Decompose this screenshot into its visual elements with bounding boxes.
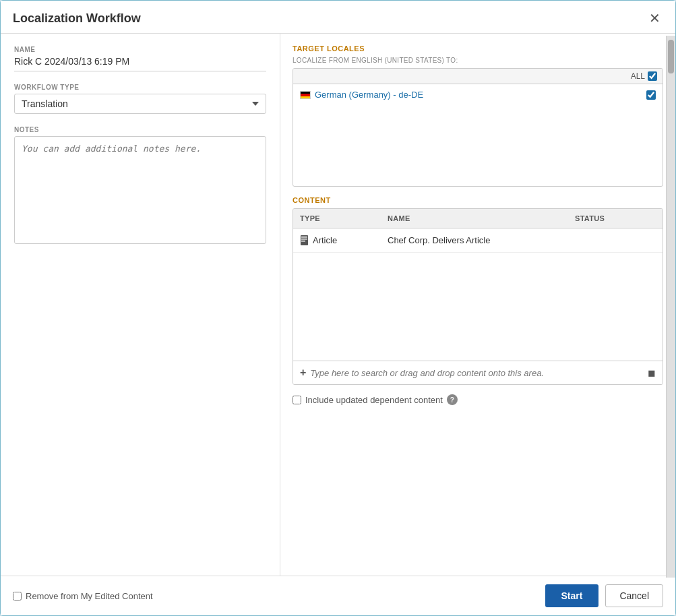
plus-icon: + bbox=[300, 367, 306, 379]
name-value: Rick C 2024/03/13 6:19 PM bbox=[14, 56, 266, 71]
start-button[interactable]: Start bbox=[545, 584, 599, 607]
col-name: NAME bbox=[381, 209, 568, 228]
article-icon bbox=[300, 235, 309, 245]
help-icon: ? bbox=[447, 394, 458, 405]
cell-remove bbox=[636, 228, 663, 252]
close-button[interactable]: ✕ bbox=[646, 10, 663, 26]
dialog-footer: Remove from My Edited Content Start Canc… bbox=[1, 576, 675, 615]
localization-workflow-dialog: Localization Workflow ✕ NAME Rick C 2024… bbox=[0, 0, 676, 616]
footer-left: Remove from My Edited Content bbox=[13, 591, 153, 601]
cell-status bbox=[568, 228, 636, 252]
locale-name: German (Germany) - de-DE bbox=[315, 90, 423, 100]
dialog-title: Localization Workflow bbox=[13, 11, 141, 26]
content-empty-space bbox=[293, 253, 663, 361]
content-search-input[interactable] bbox=[310, 368, 644, 378]
content-table: TYPE NAME STATUS bbox=[293, 208, 663, 385]
dependent-label: Include updated dependent content bbox=[305, 395, 443, 405]
workflow-type-field: WORKFLOW TYPE Translation Review Localiz… bbox=[14, 84, 266, 114]
chart-icon: ◼ bbox=[648, 367, 656, 378]
cell-name: Chef Corp. Delivers Article bbox=[381, 228, 568, 252]
locales-empty-space bbox=[293, 105, 663, 186]
target-locales-label: TARGET LOCALES bbox=[293, 44, 663, 53]
content-search-bar: + ◼ bbox=[293, 361, 663, 384]
all-label: ALL bbox=[631, 71, 645, 81]
notes-textarea[interactable] bbox=[14, 136, 266, 244]
workflow-type-select[interactable]: Translation Review Localization bbox=[14, 94, 266, 114]
remove-checkbox[interactable] bbox=[13, 592, 22, 600]
localize-from-label: LOCALIZE FROM ENGLISH (UNITED STATES) TO… bbox=[293, 57, 663, 64]
scrollbar-thumb[interactable] bbox=[668, 40, 674, 73]
notes-label: NOTES bbox=[14, 126, 266, 133]
german-flag-icon bbox=[300, 91, 311, 99]
content-table-header: TYPE NAME STATUS bbox=[293, 209, 663, 228]
locale-item-german: German (Germany) - de-DE bbox=[293, 84, 663, 105]
left-panel: NAME Rick C 2024/03/13 6:19 PM WORKFLOW … bbox=[1, 34, 280, 576]
col-status: STATUS bbox=[568, 209, 636, 228]
table-row: Article Chef Corp. Delivers Article bbox=[293, 228, 663, 253]
col-type: TYPE bbox=[293, 209, 381, 228]
svg-rect-3 bbox=[301, 241, 305, 242]
locales-box: ALL German (Germany) - de-DE bbox=[293, 68, 663, 187]
svg-rect-1 bbox=[301, 237, 307, 238]
right-panel: TARGET LOCALES LOCALIZE FROM ENGLISH (UN… bbox=[280, 34, 675, 576]
col-action bbox=[636, 209, 663, 228]
name-label: NAME bbox=[14, 46, 266, 53]
content-label: CONTENT bbox=[293, 196, 663, 204]
target-locales-section: TARGET LOCALES LOCALIZE FROM ENGLISH (UN… bbox=[293, 44, 663, 187]
dialog-body: NAME Rick C 2024/03/13 6:19 PM WORKFLOW … bbox=[1, 34, 675, 576]
cancel-button[interactable]: Cancel bbox=[605, 584, 663, 607]
content-section: CONTENT TYPE NAME STATUS bbox=[293, 196, 663, 385]
workflow-type-label: WORKFLOW TYPE bbox=[14, 84, 266, 91]
dialog-header: Localization Workflow ✕ bbox=[1, 1, 675, 34]
dependent-content-row: Include updated dependent content ? bbox=[293, 394, 663, 405]
remove-label: Remove from My Edited Content bbox=[26, 591, 153, 601]
article-type-label: Article bbox=[313, 235, 337, 245]
notes-field: NOTES bbox=[14, 126, 266, 247]
cell-type: Article bbox=[293, 228, 381, 252]
locales-header: ALL bbox=[293, 69, 663, 84]
footer-buttons: Start Cancel bbox=[545, 584, 664, 607]
all-checkbox[interactable] bbox=[648, 71, 657, 81]
svg-rect-2 bbox=[301, 239, 307, 240]
scrollbar[interactable] bbox=[666, 36, 675, 576]
locale-checkbox-german[interactable] bbox=[646, 90, 656, 100]
name-field: NAME Rick C 2024/03/13 6:19 PM bbox=[14, 46, 266, 71]
dependent-checkbox[interactable] bbox=[293, 396, 301, 404]
